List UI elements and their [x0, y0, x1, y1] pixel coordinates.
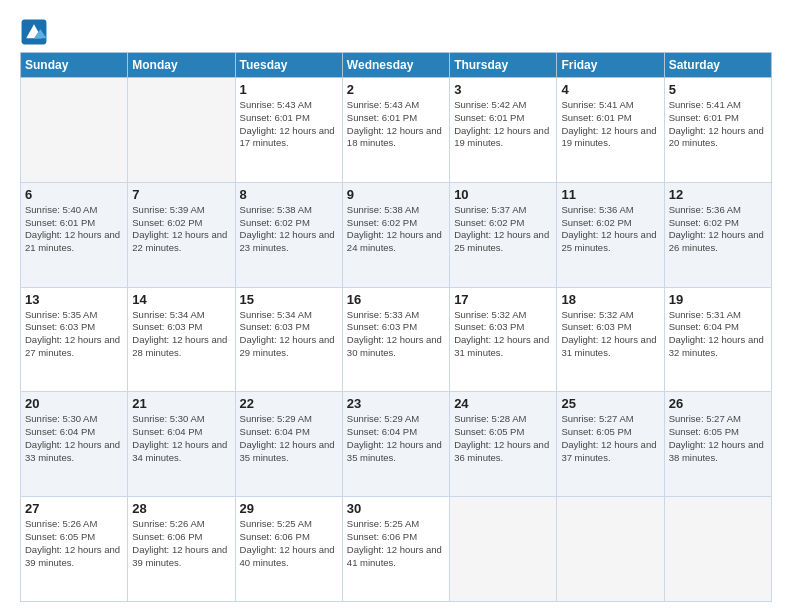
calendar-cell — [450, 497, 557, 602]
calendar-cell — [128, 78, 235, 183]
cell-info: Sunrise: 5:25 AM Sunset: 6:06 PM Dayligh… — [347, 518, 445, 569]
week-row-2: 6Sunrise: 5:40 AM Sunset: 6:01 PM Daylig… — [21, 182, 772, 287]
calendar-cell: 30Sunrise: 5:25 AM Sunset: 6:06 PM Dayli… — [342, 497, 449, 602]
calendar-cell: 5Sunrise: 5:41 AM Sunset: 6:01 PM Daylig… — [664, 78, 771, 183]
day-number: 3 — [454, 82, 552, 97]
day-number: 2 — [347, 82, 445, 97]
calendar-cell: 6Sunrise: 5:40 AM Sunset: 6:01 PM Daylig… — [21, 182, 128, 287]
calendar-cell: 7Sunrise: 5:39 AM Sunset: 6:02 PM Daylig… — [128, 182, 235, 287]
calendar-cell: 16Sunrise: 5:33 AM Sunset: 6:03 PM Dayli… — [342, 287, 449, 392]
weekday-header-tuesday: Tuesday — [235, 53, 342, 78]
cell-info: Sunrise: 5:27 AM Sunset: 6:05 PM Dayligh… — [669, 413, 767, 464]
cell-info: Sunrise: 5:36 AM Sunset: 6:02 PM Dayligh… — [561, 204, 659, 255]
day-number: 7 — [132, 187, 230, 202]
day-number: 10 — [454, 187, 552, 202]
week-row-5: 27Sunrise: 5:26 AM Sunset: 6:05 PM Dayli… — [21, 497, 772, 602]
day-number: 25 — [561, 396, 659, 411]
logo-icon — [20, 18, 48, 46]
cell-info: Sunrise: 5:40 AM Sunset: 6:01 PM Dayligh… — [25, 204, 123, 255]
cell-info: Sunrise: 5:32 AM Sunset: 6:03 PM Dayligh… — [454, 309, 552, 360]
logo — [20, 18, 52, 46]
cell-info: Sunrise: 5:30 AM Sunset: 6:04 PM Dayligh… — [132, 413, 230, 464]
cell-info: Sunrise: 5:26 AM Sunset: 6:06 PM Dayligh… — [132, 518, 230, 569]
weekday-header-thursday: Thursday — [450, 53, 557, 78]
header — [20, 18, 772, 46]
day-number: 12 — [669, 187, 767, 202]
week-row-1: 1Sunrise: 5:43 AM Sunset: 6:01 PM Daylig… — [21, 78, 772, 183]
calendar-cell: 27Sunrise: 5:26 AM Sunset: 6:05 PM Dayli… — [21, 497, 128, 602]
calendar-cell: 1Sunrise: 5:43 AM Sunset: 6:01 PM Daylig… — [235, 78, 342, 183]
day-number: 29 — [240, 501, 338, 516]
page: SundayMondayTuesdayWednesdayThursdayFrid… — [0, 0, 792, 612]
cell-info: Sunrise: 5:39 AM Sunset: 6:02 PM Dayligh… — [132, 204, 230, 255]
calendar-cell: 26Sunrise: 5:27 AM Sunset: 6:05 PM Dayli… — [664, 392, 771, 497]
day-number: 13 — [25, 292, 123, 307]
day-number: 30 — [347, 501, 445, 516]
calendar-cell: 19Sunrise: 5:31 AM Sunset: 6:04 PM Dayli… — [664, 287, 771, 392]
calendar-cell: 14Sunrise: 5:34 AM Sunset: 6:03 PM Dayli… — [128, 287, 235, 392]
day-number: 18 — [561, 292, 659, 307]
cell-info: Sunrise: 5:25 AM Sunset: 6:06 PM Dayligh… — [240, 518, 338, 569]
calendar-cell: 24Sunrise: 5:28 AM Sunset: 6:05 PM Dayli… — [450, 392, 557, 497]
day-number: 24 — [454, 396, 552, 411]
day-number: 23 — [347, 396, 445, 411]
day-number: 9 — [347, 187, 445, 202]
cell-info: Sunrise: 5:26 AM Sunset: 6:05 PM Dayligh… — [25, 518, 123, 569]
cell-info: Sunrise: 5:34 AM Sunset: 6:03 PM Dayligh… — [132, 309, 230, 360]
day-number: 26 — [669, 396, 767, 411]
calendar-cell: 28Sunrise: 5:26 AM Sunset: 6:06 PM Dayli… — [128, 497, 235, 602]
cell-info: Sunrise: 5:43 AM Sunset: 6:01 PM Dayligh… — [347, 99, 445, 150]
day-number: 8 — [240, 187, 338, 202]
day-number: 11 — [561, 187, 659, 202]
weekday-header-saturday: Saturday — [664, 53, 771, 78]
calendar-cell: 3Sunrise: 5:42 AM Sunset: 6:01 PM Daylig… — [450, 78, 557, 183]
calendar-cell: 18Sunrise: 5:32 AM Sunset: 6:03 PM Dayli… — [557, 287, 664, 392]
day-number: 4 — [561, 82, 659, 97]
day-number: 1 — [240, 82, 338, 97]
cell-info: Sunrise: 5:42 AM Sunset: 6:01 PM Dayligh… — [454, 99, 552, 150]
cell-info: Sunrise: 5:37 AM Sunset: 6:02 PM Dayligh… — [454, 204, 552, 255]
cell-info: Sunrise: 5:32 AM Sunset: 6:03 PM Dayligh… — [561, 309, 659, 360]
cell-info: Sunrise: 5:41 AM Sunset: 6:01 PM Dayligh… — [669, 99, 767, 150]
cell-info: Sunrise: 5:33 AM Sunset: 6:03 PM Dayligh… — [347, 309, 445, 360]
cell-info: Sunrise: 5:34 AM Sunset: 6:03 PM Dayligh… — [240, 309, 338, 360]
calendar-cell: 29Sunrise: 5:25 AM Sunset: 6:06 PM Dayli… — [235, 497, 342, 602]
calendar-cell: 21Sunrise: 5:30 AM Sunset: 6:04 PM Dayli… — [128, 392, 235, 497]
cell-info: Sunrise: 5:29 AM Sunset: 6:04 PM Dayligh… — [240, 413, 338, 464]
cell-info: Sunrise: 5:27 AM Sunset: 6:05 PM Dayligh… — [561, 413, 659, 464]
calendar-table: SundayMondayTuesdayWednesdayThursdayFrid… — [20, 52, 772, 602]
cell-info: Sunrise: 5:38 AM Sunset: 6:02 PM Dayligh… — [240, 204, 338, 255]
day-number: 20 — [25, 396, 123, 411]
calendar-cell: 11Sunrise: 5:36 AM Sunset: 6:02 PM Dayli… — [557, 182, 664, 287]
calendar-cell — [21, 78, 128, 183]
day-number: 6 — [25, 187, 123, 202]
day-number: 27 — [25, 501, 123, 516]
weekday-header-wednesday: Wednesday — [342, 53, 449, 78]
calendar-cell: 10Sunrise: 5:37 AM Sunset: 6:02 PM Dayli… — [450, 182, 557, 287]
day-number: 16 — [347, 292, 445, 307]
calendar-cell: 12Sunrise: 5:36 AM Sunset: 6:02 PM Dayli… — [664, 182, 771, 287]
calendar-cell: 9Sunrise: 5:38 AM Sunset: 6:02 PM Daylig… — [342, 182, 449, 287]
calendar-cell: 22Sunrise: 5:29 AM Sunset: 6:04 PM Dayli… — [235, 392, 342, 497]
calendar-cell: 25Sunrise: 5:27 AM Sunset: 6:05 PM Dayli… — [557, 392, 664, 497]
calendar-cell: 4Sunrise: 5:41 AM Sunset: 6:01 PM Daylig… — [557, 78, 664, 183]
week-row-3: 13Sunrise: 5:35 AM Sunset: 6:03 PM Dayli… — [21, 287, 772, 392]
cell-info: Sunrise: 5:31 AM Sunset: 6:04 PM Dayligh… — [669, 309, 767, 360]
day-number: 22 — [240, 396, 338, 411]
day-number: 19 — [669, 292, 767, 307]
cell-info: Sunrise: 5:29 AM Sunset: 6:04 PM Dayligh… — [347, 413, 445, 464]
calendar-cell: 2Sunrise: 5:43 AM Sunset: 6:01 PM Daylig… — [342, 78, 449, 183]
weekday-header-monday: Monday — [128, 53, 235, 78]
calendar-cell: 13Sunrise: 5:35 AM Sunset: 6:03 PM Dayli… — [21, 287, 128, 392]
calendar-cell: 8Sunrise: 5:38 AM Sunset: 6:02 PM Daylig… — [235, 182, 342, 287]
day-number: 17 — [454, 292, 552, 307]
calendar-cell — [557, 497, 664, 602]
calendar-cell: 17Sunrise: 5:32 AM Sunset: 6:03 PM Dayli… — [450, 287, 557, 392]
weekday-header-row: SundayMondayTuesdayWednesdayThursdayFrid… — [21, 53, 772, 78]
calendar-cell: 23Sunrise: 5:29 AM Sunset: 6:04 PM Dayli… — [342, 392, 449, 497]
weekday-header-friday: Friday — [557, 53, 664, 78]
cell-info: Sunrise: 5:41 AM Sunset: 6:01 PM Dayligh… — [561, 99, 659, 150]
calendar-cell: 15Sunrise: 5:34 AM Sunset: 6:03 PM Dayli… — [235, 287, 342, 392]
cell-info: Sunrise: 5:30 AM Sunset: 6:04 PM Dayligh… — [25, 413, 123, 464]
weekday-header-sunday: Sunday — [21, 53, 128, 78]
